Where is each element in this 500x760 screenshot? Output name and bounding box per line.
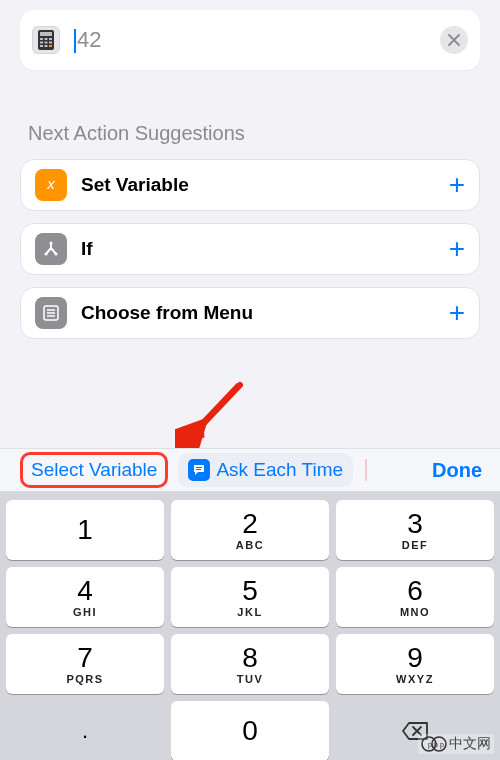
numeric-keypad: 1 2ABC 3DEF 4GHI 5JKL 6MNO 7PQRS 8TUV 9W… bbox=[0, 492, 500, 760]
calculator-icon bbox=[32, 26, 60, 54]
branch-icon bbox=[35, 233, 67, 265]
key-6[interactable]: 6MNO bbox=[336, 567, 494, 627]
add-icon: + bbox=[449, 171, 465, 199]
svg-rect-2 bbox=[40, 38, 43, 40]
suggestion-label: Choose from Menu bbox=[81, 302, 449, 324]
menu-icon bbox=[35, 297, 67, 329]
svg-rect-7 bbox=[49, 42, 52, 44]
key-8[interactable]: 8TUV bbox=[171, 634, 329, 694]
svg-rect-3 bbox=[45, 38, 48, 40]
key-0[interactable]: 0 bbox=[171, 701, 329, 760]
svg-text:h: h bbox=[434, 741, 438, 748]
select-variable-button[interactable]: Select Variable bbox=[20, 452, 168, 488]
suggestion-label: Set Variable bbox=[81, 174, 449, 196]
variable-icon: x bbox=[35, 169, 67, 201]
key-decimal[interactable]: . bbox=[6, 701, 164, 760]
svg-text:x: x bbox=[46, 176, 55, 192]
key-1[interactable]: 1 bbox=[6, 500, 164, 560]
number-input-card[interactable]: 42 bbox=[20, 10, 480, 70]
svg-rect-6 bbox=[45, 42, 48, 44]
svg-point-12 bbox=[50, 242, 53, 245]
svg-point-14 bbox=[55, 253, 58, 256]
number-input-value[interactable]: 42 bbox=[74, 27, 440, 53]
key-9[interactable]: 9WXYZ bbox=[336, 634, 494, 694]
add-icon: + bbox=[449, 235, 465, 263]
svg-rect-5 bbox=[40, 42, 43, 44]
svg-rect-8 bbox=[40, 45, 43, 47]
key-3[interactable]: 3DEF bbox=[336, 500, 494, 560]
svg-rect-4 bbox=[49, 38, 52, 40]
add-icon: + bbox=[449, 299, 465, 327]
key-2[interactable]: 2ABC bbox=[171, 500, 329, 560]
suggestion-if[interactable]: If + bbox=[20, 223, 480, 275]
svg-text:p: p bbox=[440, 741, 444, 749]
annotation-arrow bbox=[175, 375, 255, 455]
suggestion-label: If bbox=[81, 238, 449, 260]
done-button[interactable]: Done bbox=[432, 459, 482, 482]
watermark: php 中文网 bbox=[418, 734, 494, 754]
keyboard-accessory-bar: Select Variable Ask Each Time Done bbox=[0, 448, 500, 492]
ask-icon bbox=[188, 459, 210, 481]
svg-rect-10 bbox=[49, 45, 52, 47]
suggestion-choose-menu[interactable]: Choose from Menu + bbox=[20, 287, 480, 339]
key-4[interactable]: 4GHI bbox=[6, 567, 164, 627]
key-7[interactable]: 7PQRS bbox=[6, 634, 164, 694]
svg-rect-1 bbox=[40, 32, 52, 36]
svg-point-13 bbox=[45, 253, 48, 256]
svg-text:p: p bbox=[428, 741, 432, 749]
key-5[interactable]: 5JKL bbox=[171, 567, 329, 627]
separator bbox=[365, 459, 367, 481]
suggestion-set-variable[interactable]: x Set Variable + bbox=[20, 159, 480, 211]
suggestions-title: Next Action Suggestions bbox=[28, 122, 472, 145]
svg-rect-9 bbox=[45, 45, 48, 47]
svg-line-19 bbox=[184, 385, 239, 443]
clear-button[interactable] bbox=[440, 26, 468, 54]
ask-each-time-button[interactable]: Ask Each Time bbox=[178, 453, 353, 487]
